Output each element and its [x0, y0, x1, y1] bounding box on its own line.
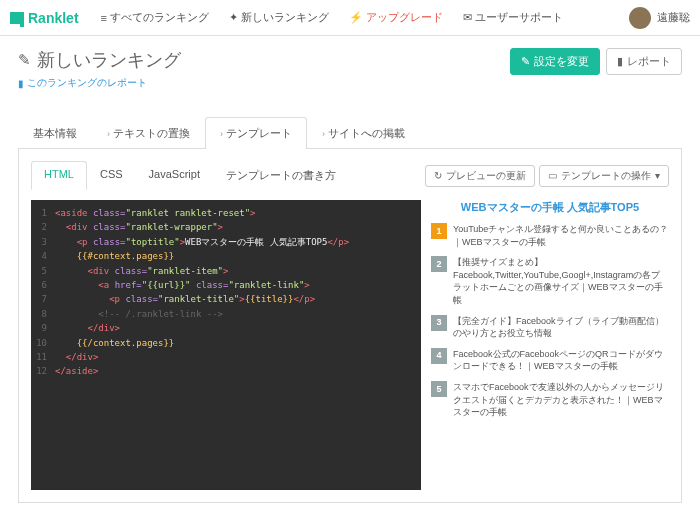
rank-badge: 3	[431, 315, 447, 331]
rank-badge: 2	[431, 256, 447, 272]
chart-icon	[10, 12, 24, 24]
tabs-main: 基本情報 ›テキストの置換 ›テンプレート ›サイトへの掲載	[18, 116, 682, 149]
brand-text: Ranklet	[28, 10, 79, 26]
rank-item-4[interactable]: 4Facebook公式のFacebookページのQRコードがダウンロードできる！…	[431, 348, 669, 373]
preview-update-button[interactable]: ↻プレビューの更新	[425, 165, 535, 187]
rank-item-3[interactable]: 3【完全ガイド】Facebookライブ（ライブ動画配信）のやり方とお役立ち情報	[431, 315, 669, 340]
chart-bar-icon: ▮	[617, 55, 623, 68]
chevron-down-icon: ▾	[655, 170, 660, 181]
rank-item-2[interactable]: 2【推奨サイズまとめ】Facebook,Twitter,YouTube,Goog…	[431, 256, 669, 306]
preview-title: WEBマスターの手帳 人気記事TOP5	[431, 200, 669, 215]
tab-embed[interactable]: ›サイトへの掲載	[307, 117, 420, 149]
nav-support[interactable]: ✉ユーザーサポート	[453, 10, 573, 25]
bolt-icon: ⚡	[349, 11, 363, 24]
rank-item-5[interactable]: 5スマホでFacebookで友達以外の人からメッセージリクエストが届くとデカデカ…	[431, 381, 669, 419]
avatar	[629, 7, 651, 29]
template-panel: HTML CSS JavaScript テンプレートの書き方 ↻プレビューの更新…	[18, 149, 682, 503]
tab-js[interactable]: JavaScript	[136, 161, 213, 190]
edit-icon: ✎	[521, 55, 530, 68]
page-header: ✎ 新しいランキング ▮ このランキングのレポート ✎設定を変更 ▮レポート	[0, 36, 700, 98]
navbar: Ranklet ≡すべてのランキング ✦新しいランキング ⚡アップグレード ✉ユ…	[0, 0, 700, 36]
rank-badge: 1	[431, 223, 447, 239]
preview-pane: WEBマスターの手帳 人気記事TOP5 1YouTubeチャンネル登録すると何か…	[431, 200, 669, 490]
nav-all-rankings[interactable]: ≡すべてのランキング	[91, 10, 219, 25]
report-link[interactable]: ▮ このランキングのレポート	[18, 76, 181, 90]
tab-basic[interactable]: 基本情報	[18, 117, 92, 149]
edit-icon: ✎	[18, 51, 31, 69]
tab-css[interactable]: CSS	[87, 161, 136, 190]
plus-icon: ✦	[229, 11, 238, 24]
nav-links: ≡すべてのランキング ✦新しいランキング ⚡アップグレード ✉ユーザーサポート	[91, 10, 573, 25]
chart-bar-icon: ▮	[18, 78, 24, 89]
username: 遠藤聡	[657, 10, 690, 25]
rank-badge: 4	[431, 348, 447, 364]
brand-logo[interactable]: Ranklet	[10, 10, 79, 26]
tab-html[interactable]: HTML	[31, 161, 87, 190]
tab-template[interactable]: ›テンプレート	[205, 117, 307, 149]
rank-item-1[interactable]: 1YouTubeチャンネル登録すると何か良いことあるの？｜WEBマスターの手帳	[431, 223, 669, 248]
tabs-code: HTML CSS JavaScript テンプレートの書き方	[31, 161, 349, 190]
nav-user[interactable]: 遠藤聡	[629, 7, 690, 29]
nav-new-ranking[interactable]: ✦新しいランキング	[219, 10, 339, 25]
mail-icon: ✉	[463, 11, 472, 24]
page-title: ✎ 新しいランキング	[18, 48, 181, 72]
refresh-icon: ↻	[434, 170, 442, 181]
rank-badge: 5	[431, 381, 447, 397]
list-icon: ≡	[101, 12, 107, 24]
tab-text[interactable]: ›テキストの置換	[92, 117, 205, 149]
nav-upgrade[interactable]: ⚡アップグレード	[339, 10, 453, 25]
tab-howto[interactable]: テンプレートの書き方	[213, 161, 349, 190]
template-ops-button[interactable]: ▭テンプレートの操作 ▾	[539, 165, 669, 187]
code-editor[interactable]: 1<aside class="ranklet ranklet-reset"> 2…	[31, 200, 421, 490]
file-icon: ▭	[548, 170, 557, 181]
settings-button[interactable]: ✎設定を変更	[510, 48, 600, 75]
report-button[interactable]: ▮レポート	[606, 48, 682, 75]
